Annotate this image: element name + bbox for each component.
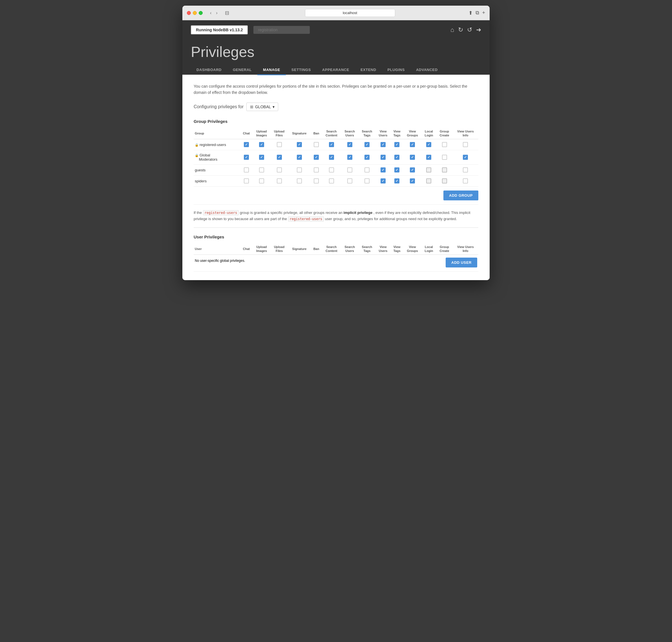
cb-spiders-view-users[interactable] <box>381 178 385 183</box>
cb-guests-upload-images[interactable] <box>259 167 264 172</box>
tab-manage[interactable]: MANAGE <box>257 65 286 75</box>
cb-registered-upload-files[interactable] <box>277 142 282 147</box>
cb-registered-search-content[interactable] <box>329 142 334 147</box>
cb-globmod-search-tags[interactable] <box>365 155 369 160</box>
cb-spiders-view-tags[interactable] <box>394 178 400 183</box>
cb-guests-search-content[interactable] <box>329 167 334 172</box>
col-group: Group <box>194 128 240 139</box>
add-tab-button[interactable]: + <box>482 10 485 16</box>
col-ban: Ban <box>310 128 322 139</box>
cb-guests-search-users[interactable] <box>347 167 352 172</box>
back-button[interactable]: ‹ <box>208 10 213 16</box>
cb-spiders-group-create[interactable] <box>442 178 447 183</box>
share-button[interactable]: ⬆ <box>469 10 473 16</box>
cb-registered-ban[interactable] <box>314 142 319 147</box>
cb-globmod-search-users[interactable] <box>347 155 352 160</box>
cb-spiders-ban[interactable] <box>314 178 319 183</box>
cb-globmod-ban[interactable] <box>314 155 319 160</box>
tab-general[interactable]: GENERAL <box>227 65 257 75</box>
cb-guests-view-users-info[interactable] <box>463 167 468 172</box>
cb-spiders-search-content[interactable] <box>329 178 334 183</box>
app-window: ‹ › ⊟ ⬆ ⧉ + Running NodeBB v1.13.2 ⌂ ↻ ↺ <box>182 5 490 280</box>
cb-globmod-view-users-info[interactable] <box>463 155 468 160</box>
ucol-view-groups: ViewGroups <box>403 243 422 255</box>
cb-guests-search-tags[interactable] <box>365 167 369 172</box>
col-user: User <box>194 243 240 255</box>
cb-registered-view-users-info[interactable] <box>463 142 468 147</box>
cb-guests-local-login[interactable] <box>426 167 431 172</box>
close-button[interactable] <box>187 11 191 15</box>
cb-guests-ban[interactable] <box>314 167 319 172</box>
cb-guests-view-groups[interactable] <box>410 167 415 172</box>
tab-plugins[interactable]: PLUGINS <box>382 65 410 75</box>
cb-globmod-chat[interactable] <box>244 155 249 160</box>
tab-advanced[interactable]: ADVANCED <box>410 65 443 75</box>
cb-globmod-local-login[interactable] <box>426 155 431 160</box>
cb-registered-local-login[interactable] <box>426 142 431 147</box>
cb-guests-signature[interactable] <box>297 167 302 172</box>
cb-guests-group-create[interactable] <box>442 167 447 172</box>
cb-guests-view-tags[interactable] <box>394 167 400 172</box>
col-view-users: ViewUsers <box>376 128 391 139</box>
forward-button[interactable]: › <box>214 10 219 16</box>
cb-registered-upload-images[interactable] <box>259 142 264 147</box>
cb-spiders-chat[interactable] <box>244 178 249 183</box>
minimize-button[interactable] <box>193 11 197 15</box>
cb-guests-upload-files[interactable] <box>277 167 282 172</box>
col-search-users: SearchUsers <box>341 128 358 139</box>
cb-registered-group-create[interactable] <box>442 142 447 147</box>
home-icon[interactable]: ⌂ <box>451 26 454 34</box>
refresh-icon[interactable]: ↻ <box>458 26 463 34</box>
header-icons: ⌂ ↻ ↺ ➜ <box>451 26 481 34</box>
search-input[interactable] <box>253 26 310 34</box>
cb-globmod-view-tags[interactable] <box>394 155 400 160</box>
table-row: guests <box>194 165 478 176</box>
reload-icon[interactable]: ↺ <box>467 26 472 34</box>
cb-spiders-view-users-info[interactable] <box>463 178 468 183</box>
cb-globmod-search-content[interactable] <box>329 155 334 160</box>
cb-guests-chat[interactable] <box>244 167 249 172</box>
logout-icon[interactable]: ➜ <box>476 26 481 34</box>
tab-settings[interactable]: SETTINGS <box>286 65 317 75</box>
cb-spiders-view-groups[interactable] <box>410 178 415 183</box>
cb-globmod-view-users[interactable] <box>381 155 385 160</box>
scope-dropdown[interactable]: ⊞ GLOBAL ▾ <box>246 103 278 111</box>
maximize-button[interactable] <box>199 11 203 15</box>
cb-globmod-upload-files[interactable] <box>277 155 282 160</box>
tab-extend[interactable]: EXTEND <box>355 65 382 75</box>
titlebar: ‹ › ⊟ ⬆ ⧉ + <box>182 5 490 20</box>
cb-registered-search-users[interactable] <box>347 142 352 147</box>
cb-guests-view-users[interactable] <box>381 167 385 172</box>
page-title-area: Privileges <box>191 38 481 60</box>
cb-registered-search-tags[interactable] <box>365 142 369 147</box>
cb-globmod-view-groups[interactable] <box>410 155 415 160</box>
cb-registered-view-groups[interactable] <box>410 142 415 147</box>
tab-appearance[interactable]: APPEARANCE <box>317 65 355 75</box>
nav-arrows: ‹ › <box>208 10 219 16</box>
cb-spiders-signature[interactable] <box>297 178 302 183</box>
cb-globmod-signature[interactable] <box>297 155 302 160</box>
cb-globmod-group-create[interactable] <box>442 155 447 160</box>
tab-dashboard[interactable]: DASHBOARD <box>191 65 227 75</box>
cb-spiders-upload-files[interactable] <box>277 178 282 183</box>
notice-group-name-2: registered-users <box>288 216 324 221</box>
lock-icon: 🔒 <box>195 154 199 157</box>
cb-registered-view-users[interactable] <box>381 142 385 147</box>
cb-globmod-upload-images[interactable] <box>259 155 264 160</box>
new-tab-button[interactable]: ⧉ <box>476 10 479 16</box>
cb-registered-signature[interactable] <box>297 142 302 147</box>
cb-spiders-search-users[interactable] <box>347 178 352 183</box>
nodebb-version-badge: Running NodeBB v1.13.2 <box>191 25 248 34</box>
cb-spiders-search-tags[interactable] <box>365 178 369 183</box>
cb-spiders-local-login[interactable] <box>426 178 431 183</box>
notice-text: If the registered-users group is granted… <box>194 205 478 228</box>
cb-spiders-upload-images[interactable] <box>259 178 264 183</box>
group-name-registered-users: 🔒registered-users <box>194 139 240 150</box>
url-input[interactable] <box>305 9 395 17</box>
cb-registered-chat[interactable] <box>244 142 249 147</box>
cb-registered-view-tags[interactable] <box>394 142 400 147</box>
add-user-button[interactable]: ADD USER <box>446 258 477 268</box>
sidebar-toggle-button[interactable]: ⊟ <box>223 9 231 17</box>
add-group-button[interactable]: ADD GROUP <box>443 191 478 201</box>
group-privileges-table: Group Chat UploadImages UploadFiles Sign… <box>194 128 478 187</box>
